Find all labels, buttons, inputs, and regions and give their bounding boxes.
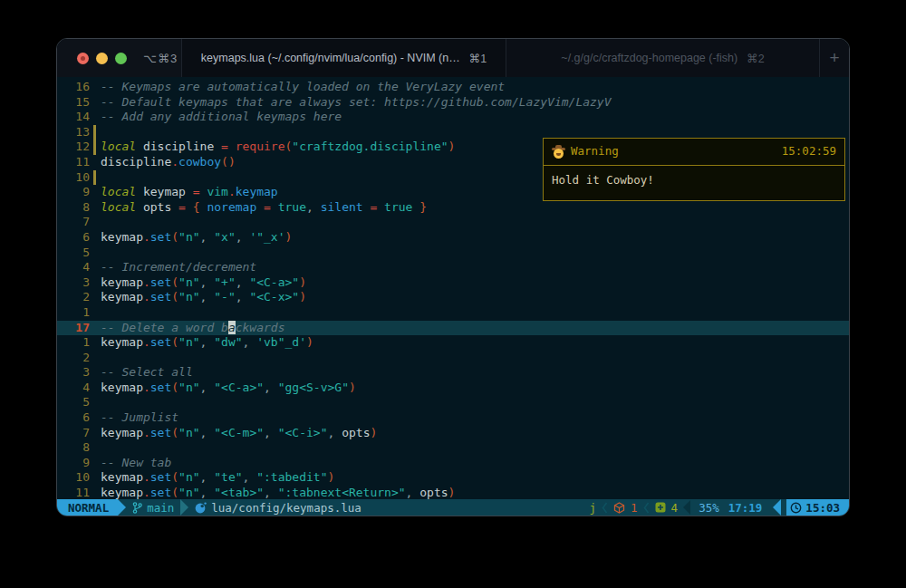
line-number: 6: [57, 410, 90, 426]
plugin-updates-count: 1: [631, 501, 638, 515]
clock-time: 15:03: [805, 501, 840, 515]
line-number: 8: [57, 440, 90, 456]
line-number: 13: [57, 125, 90, 140]
git-change-sign: [90, 125, 101, 140]
sign-column: [90, 246, 101, 261]
tab-fish[interactable]: ~/.g/g/c/craftzdog-homepage (-fish) ⌘2: [506, 39, 820, 77]
clock-segment: 15:03: [786, 499, 849, 516]
window-shortcut-label: ⌥⌘3: [143, 52, 178, 65]
minimize-window-button[interactable]: [96, 53, 108, 64]
code-text: -- Keymaps are automatically loaded on t…: [101, 80, 505, 95]
scroll-percent: 35%: [696, 501, 719, 515]
code-line[interactable]: 11keymap.set("n", "<tab>", ":tabnext<Ret…: [57, 486, 849, 499]
code-text: keymap.set("n", "dw", 'vb"_d'): [101, 335, 313, 351]
code-line[interactable]: 7keymap.set("n", "<C-m>", "<C-i>", opts): [57, 426, 849, 441]
line-number: 4: [57, 381, 90, 396]
tab-nvim[interactable]: keymaps.lua (~/.config/nvim/lua/config) …: [182, 39, 506, 77]
tab-title: keymaps.lua (~/.config/nvim/lua/config) …: [201, 52, 460, 64]
sign-column: [90, 395, 101, 410]
code-text: -- Default keymaps that are always set: …: [101, 95, 612, 111]
line-number: 12: [57, 140, 90, 155]
line-number: 9: [57, 456, 90, 471]
code-line[interactable]: 15-- Default keymaps that are always set…: [57, 95, 849, 111]
sign-column: [90, 335, 101, 351]
line-number: 6: [57, 230, 90, 246]
code-text: local discipline = require("craftzdog.di…: [101, 140, 455, 155]
code-line[interactable]: 6-- Jumplist: [57, 410, 849, 426]
code-line[interactable]: 1: [57, 305, 849, 321]
code-line[interactable]: 6keymap.set("n", "x", '"_x'): [57, 230, 849, 246]
line-number: 9: [57, 185, 90, 200]
line-number: 1: [57, 335, 90, 351]
code-line[interactable]: 4-- Increment/decrement: [57, 260, 849, 275]
notification-header: Warning 15:02:59: [544, 139, 844, 166]
line-number: 7: [57, 426, 90, 441]
code-area[interactable]: 16-- Keymaps are automatically loaded on…: [57, 77, 849, 499]
line-number: 4: [57, 260, 90, 275]
code-text: keymap.set("n", "+", "<C-a>"): [101, 275, 306, 291]
code-text: -- Jumplist: [101, 410, 178, 426]
titlebar: ⌥⌘3 keymaps.lua (~/.config/nvim/lua/conf…: [57, 39, 849, 77]
line-number: 11: [57, 486, 90, 499]
sign-column: [90, 365, 101, 381]
code-line[interactable]: 1keymap.set("n", "dw", 'vb"_d'): [57, 335, 849, 351]
code-line[interactable]: 8local opts = { noremap = true, silent =…: [57, 200, 849, 216]
git-branch-group: main: [126, 501, 180, 515]
new-tab-button[interactable]: +: [820, 39, 849, 77]
sign-column: [90, 155, 101, 170]
close-window-button[interactable]: [77, 53, 89, 64]
statusline: NORMAL main lua/config/keymaps.lua j: [57, 499, 849, 516]
line-number: 3: [57, 275, 90, 291]
file-path: lua/config/keymaps.lua: [211, 501, 361, 515]
pending-key-indicator: j: [590, 501, 597, 515]
code-text: -- Delete a word backwards: [101, 321, 285, 336]
line-number: 8: [57, 200, 90, 216]
code-line[interactable]: 5: [57, 395, 849, 410]
sign-column: [90, 470, 101, 486]
line-number: 5: [57, 246, 90, 261]
git-change-sign: [90, 170, 101, 186]
code-line[interactable]: 10keymap.set("n", "te", ":tabedit"): [57, 470, 849, 486]
tab-shortcut: ⌘1: [469, 52, 487, 65]
file-info-group: lua/config/keymaps.lua: [188, 501, 368, 515]
line-number: 10: [57, 470, 90, 486]
git-added-icon: [655, 502, 666, 513]
code-line[interactable]: 16-- Keymaps are automatically loaded on…: [57, 80, 849, 95]
code-line[interactable]: 5: [57, 246, 849, 261]
maximize-window-button[interactable]: [115, 53, 127, 64]
sign-column: [90, 440, 101, 456]
chevron-left-icon: [643, 502, 650, 514]
notification-timestamp: 15:02:59: [782, 144, 836, 159]
code-line[interactable]: 14-- Add any additional keymaps here: [57, 110, 849, 125]
sign-column: [90, 275, 101, 291]
code-text: -- Add any additional keymaps here: [101, 110, 342, 125]
code-line[interactable]: 2: [57, 351, 849, 366]
sign-column: [90, 260, 101, 275]
code-line[interactable]: 17-- Delete a word backwards: [57, 321, 849, 336]
code-line[interactable]: 9-- New tab: [57, 456, 849, 471]
code-line[interactable]: 4keymap.set("n", "<C-a>", "gg<S-v>G"): [57, 381, 849, 396]
code-line[interactable]: 3keymap.set("n", "+", "<C-a>"): [57, 275, 849, 291]
sign-column: [90, 80, 101, 95]
clock-icon: [790, 502, 802, 514]
cursor-position: 17:19: [725, 501, 768, 515]
sign-column: [90, 410, 101, 426]
sign-column: [90, 95, 101, 111]
sign-column: [90, 351, 101, 366]
code-text: discipline.cowboy(): [101, 155, 236, 170]
git-change-sign: [90, 140, 101, 155]
code-line[interactable]: 8: [57, 440, 849, 456]
code-line[interactable]: 2keymap.set("n", "-", "<C-x>"): [57, 290, 849, 305]
code-line[interactable]: 3-- Select all: [57, 365, 849, 381]
code-text: keymap.set("n", "<tab>", ":tabnext<Retur…: [101, 486, 455, 499]
code-text: -- Select all: [101, 365, 193, 381]
tab-shortcut: ⌘2: [747, 52, 764, 65]
line-number: 11: [57, 155, 90, 170]
tab-title: ~/.g/g/c/craftzdog-homepage (-fish): [561, 52, 737, 64]
code-text: local keymap = vim.keymap: [101, 185, 278, 200]
warning-notification: Warning 15:02:59 Hold it Cowboy!: [543, 138, 845, 201]
statusline-right: j 1 4 35% 17:19: [590, 499, 849, 516]
sign-column: [90, 426, 101, 441]
line-number: 3: [57, 365, 90, 381]
code-line[interactable]: 7: [57, 215, 849, 230]
